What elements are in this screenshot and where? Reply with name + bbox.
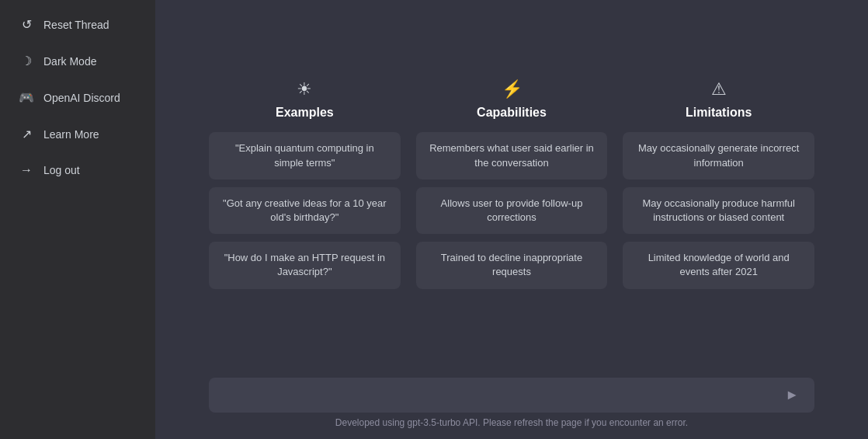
footer-text: Developed using gpt-3.5-turbo API. Pleas… bbox=[335, 417, 688, 434]
limitations-card-1[interactable]: May occasionally produce harmful instruc… bbox=[623, 187, 814, 234]
sidebar-item-dark-mode[interactable]: ☽Dark Mode bbox=[6, 44, 149, 78]
dark-mode-label: Dark Mode bbox=[43, 55, 96, 68]
sidebar-item-learn-more[interactable]: ↗Learn More bbox=[6, 117, 149, 151]
learn-more-icon: ↗ bbox=[19, 127, 34, 141]
openai-discord-icon: 🎮 bbox=[19, 90, 34, 105]
send-button[interactable]: ► bbox=[780, 385, 804, 405]
learn-more-label: Learn More bbox=[43, 128, 99, 141]
column-capabilities: ⚡CapabilitiesRemembers what user said ea… bbox=[416, 79, 608, 288]
input-row: ► bbox=[209, 378, 814, 413]
content-area: ☀Examples"Explain quantum computing in s… bbox=[155, 0, 868, 368]
capabilities-card-2[interactable]: Trained to decline inappropriate request… bbox=[416, 242, 608, 288]
examples-icon: ☀ bbox=[297, 79, 312, 99]
openai-discord-label: OpenAI Discord bbox=[43, 92, 120, 104]
column-limitations: ⚠LimitationsMay occasionally generate in… bbox=[623, 79, 814, 288]
examples-card-1[interactable]: "Got any creative ideas for a 10 year ol… bbox=[209, 187, 401, 234]
dark-mode-icon: ☽ bbox=[19, 54, 34, 68]
limitations-card-2[interactable]: Limited knowledge of world and events af… bbox=[623, 242, 814, 288]
reset-thread-label: Reset Thread bbox=[43, 19, 109, 31]
capabilities-title: Capabilities bbox=[477, 106, 547, 120]
capabilities-header: ⚡Capabilities bbox=[477, 79, 547, 120]
sidebar-item-reset-thread[interactable]: ↺Reset Thread bbox=[6, 8, 149, 41]
limitations-header: ⚠Limitations bbox=[686, 79, 752, 120]
log-out-label: Log out bbox=[43, 164, 80, 176]
capabilities-icon: ⚡ bbox=[502, 79, 523, 99]
sidebar-item-openai-discord[interactable]: 🎮OpenAI Discord bbox=[6, 81, 149, 114]
input-area: ► Developed using gpt-3.5-turbo API. Ple… bbox=[155, 368, 868, 439]
three-columns: ☀Examples"Explain quantum computing in s… bbox=[209, 79, 814, 288]
main-content: ☀Examples"Explain quantum computing in s… bbox=[155, 0, 868, 439]
column-examples: ☀Examples"Explain quantum computing in s… bbox=[209, 79, 401, 288]
limitations-title: Limitations bbox=[686, 106, 752, 120]
examples-title: Examples bbox=[276, 106, 334, 120]
log-out-icon: → bbox=[19, 163, 34, 177]
examples-card-0[interactable]: "Explain quantum computing in simple ter… bbox=[209, 132, 401, 179]
examples-card-2[interactable]: "How do I make an HTTP request in Javasc… bbox=[209, 242, 401, 288]
chat-input[interactable] bbox=[220, 389, 773, 402]
limitations-card-0[interactable]: May occasionally generate incorrect info… bbox=[623, 132, 814, 179]
sidebar: ↺Reset Thread☽Dark Mode🎮OpenAI Discord↗L… bbox=[0, 0, 155, 439]
capabilities-card-1[interactable]: Allows user to provide follow-up correct… bbox=[416, 187, 608, 234]
capabilities-card-0[interactable]: Remembers what user said earlier in the … bbox=[416, 132, 608, 179]
examples-header: ☀Examples bbox=[276, 79, 334, 120]
limitations-icon: ⚠ bbox=[711, 79, 727, 99]
sidebar-item-log-out[interactable]: →Log out bbox=[6, 154, 149, 186]
reset-thread-icon: ↺ bbox=[19, 17, 34, 32]
